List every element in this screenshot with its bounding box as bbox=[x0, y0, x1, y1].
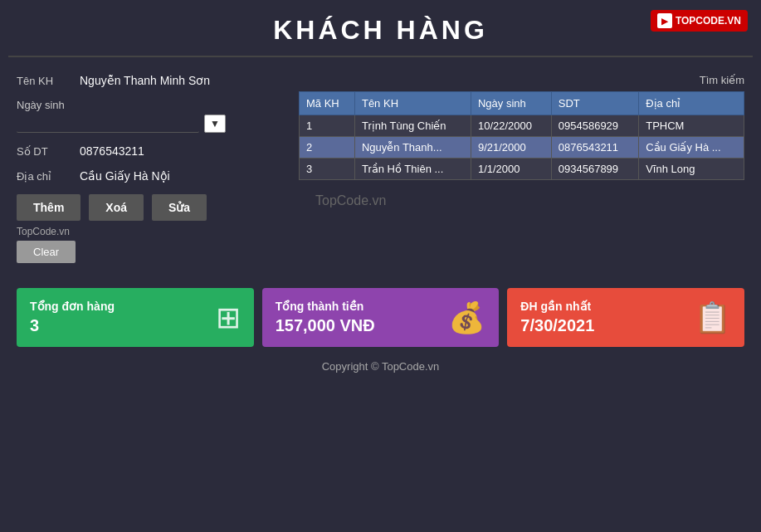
table-row[interactable]: 1 Trịnh Tùng Chiến 10/22/2000 0954586929… bbox=[300, 115, 744, 137]
stat-latest-title: ĐH gần nhất bbox=[520, 300, 594, 313]
date-wrapper: 9/21/2000 ▼ bbox=[17, 115, 282, 133]
ngay-sinh-group: Ngày sinh 9/21/2000 ▼ bbox=[17, 99, 282, 133]
stat-latest-text: ĐH gần nhất 7/30/2021 bbox=[520, 300, 594, 335]
page-title: KHÁCH HÀNG bbox=[0, 15, 761, 46]
cell-ngay-sinh: 10/22/2000 bbox=[471, 115, 551, 137]
table-row[interactable]: 2 Nguyễn Thanh... 9/21/2000 0876543211 C… bbox=[300, 137, 744, 159]
search-row: Tìm kiếm bbox=[299, 74, 744, 86]
stats-row: Tổng đơn hàng 3 ⊞ Tổng thành tiền 157,00… bbox=[0, 280, 761, 355]
cell-ten: Trần Hồ Thiên ... bbox=[354, 159, 471, 180]
dia-chi-label: Địa chỉ bbox=[17, 170, 66, 183]
main-content: Tên KH Nguyễn Thanh Minh Sơn Ngày sinh 9… bbox=[0, 66, 761, 271]
table-row[interactable]: 3 Trần Hồ Thiên ... 1/1/2000 0934567899 … bbox=[300, 159, 744, 180]
topcode-label: TopCode.vn bbox=[17, 226, 282, 237]
logo-icon: ▶ bbox=[657, 13, 672, 28]
stat-latest-order: ĐH gần nhất 7/30/2021 📋 bbox=[507, 288, 744, 347]
amount-icon: 💰 bbox=[448, 300, 485, 335]
xoa-button[interactable]: Xoá bbox=[89, 194, 144, 221]
cell-ten: Nguyễn Thanh... bbox=[354, 137, 471, 159]
stat-total-orders: Tổng đơn hàng 3 ⊞ bbox=[17, 288, 254, 347]
dia-chi-value: Cầu Giấy Hà Nội bbox=[80, 169, 170, 183]
stat-orders-value: 3 bbox=[30, 316, 115, 335]
stat-total-amount: Tổng thành tiền 157,000 VNĐ 💰 bbox=[262, 288, 500, 347]
date-picker-button[interactable]: ▼ bbox=[204, 115, 226, 133]
col-dia-chi: Địa chỉ bbox=[639, 92, 744, 115]
search-label: Tìm kiếm bbox=[700, 74, 744, 86]
cell-sdt: 0934567899 bbox=[551, 159, 638, 180]
cell-ten: Trịnh Tùng Chiến bbox=[354, 115, 471, 137]
copyright-text: Copyright © TopCode.vn bbox=[322, 360, 440, 373]
orders-icon: ⊞ bbox=[216, 300, 241, 335]
ten-kh-label: Tên KH bbox=[17, 75, 66, 87]
customer-table: Mã KH Tên KH Ngày sinh SDT Địa chỉ 1 Trị… bbox=[299, 91, 744, 180]
clear-button[interactable]: Clear bbox=[17, 241, 76, 263]
stat-orders-text: Tổng đơn hàng 3 bbox=[30, 300, 115, 335]
so-dt-value: 0876543211 bbox=[80, 144, 144, 158]
stat-latest-value: 7/30/2021 bbox=[520, 316, 594, 335]
logo-text: TOPCODE.VN bbox=[676, 15, 741, 27]
cell-sdt: 0954586929 bbox=[551, 115, 638, 137]
so-dt-group: Số DT 0876543211 bbox=[17, 144, 282, 158]
col-ten-kh: Tên KH bbox=[354, 92, 471, 115]
stat-amount-title: Tổng thành tiền bbox=[276, 300, 375, 313]
ten-kh-group: Tên KH Nguyễn Thanh Minh Sơn bbox=[17, 74, 282, 87]
logo-badge: ▶ TOPCODE.VN bbox=[651, 10, 748, 32]
ten-kh-value: Nguyễn Thanh Minh Sơn bbox=[80, 74, 210, 87]
cell-dia-chi: Vĩnh Long bbox=[639, 159, 744, 180]
so-dt-label: Số DT bbox=[17, 145, 66, 158]
stat-amount-text: Tổng thành tiền 157,000 VNĐ bbox=[276, 300, 375, 335]
cell-ngay-sinh: 1/1/2000 bbox=[471, 159, 551, 180]
them-button[interactable]: Thêm bbox=[17, 194, 80, 221]
dia-chi-group: Địa chỉ Cầu Giấy Hà Nội bbox=[17, 169, 282, 183]
action-buttons: Thêm Xoá Sửa bbox=[17, 194, 282, 221]
col-sdt: SDT bbox=[551, 92, 638, 115]
left-panel: Tên KH Nguyễn Thanh Minh Sơn Ngày sinh 9… bbox=[17, 74, 282, 263]
right-panel: Tìm kiếm Mã KH Tên KH Ngày sinh SDT Địa … bbox=[299, 74, 744, 263]
sua-button[interactable]: Sửa bbox=[152, 194, 207, 221]
cell-id: 3 bbox=[300, 159, 355, 180]
ngay-sinh-input[interactable]: 9/21/2000 bbox=[17, 115, 199, 133]
stat-amount-value: 157,000 VNĐ bbox=[276, 316, 375, 335]
cell-dia-chi: TPHCM bbox=[639, 115, 744, 137]
ngay-sinh-label: Ngày sinh bbox=[17, 99, 282, 111]
latest-icon: 📋 bbox=[694, 300, 731, 335]
cell-ngay-sinh: 9/21/2000 bbox=[471, 137, 551, 159]
cell-dia-chi: Cầu Giấy Hà ... bbox=[639, 137, 744, 159]
col-ma-kh: Mã KH bbox=[300, 92, 355, 115]
table-watermark: TopCode.vn bbox=[299, 193, 744, 208]
cell-id: 1 bbox=[300, 115, 355, 137]
cell-sdt: 0876543211 bbox=[551, 137, 638, 159]
copyright-footer: Copyright © TopCode.vn bbox=[0, 355, 761, 381]
stat-orders-title: Tổng đơn hàng bbox=[30, 300, 115, 313]
col-ngay-sinh: Ngày sinh bbox=[471, 92, 551, 115]
table-header-row: Mã KH Tên KH Ngày sinh SDT Địa chỉ bbox=[300, 92, 744, 115]
page-header: KHÁCH HÀNG ▶ TOPCODE.VN bbox=[0, 0, 761, 56]
header-divider bbox=[8, 56, 753, 57]
cell-id: 2 bbox=[300, 137, 355, 159]
